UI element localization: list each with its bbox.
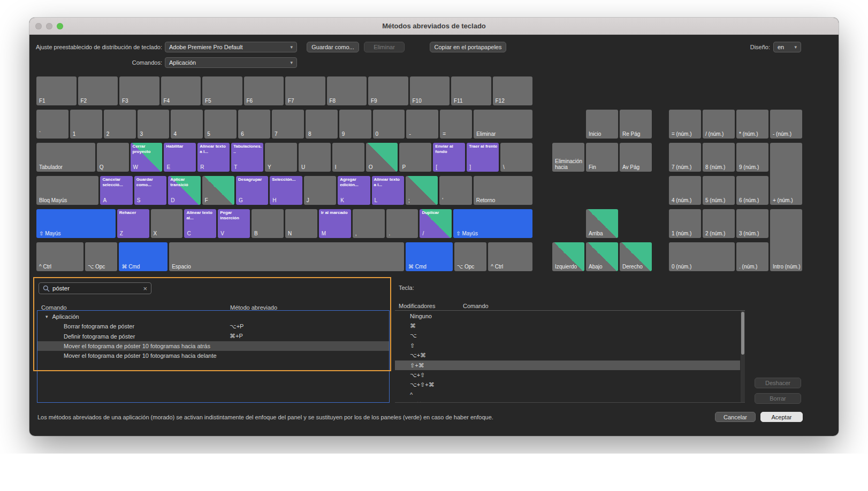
delete-preset-button[interactable]: Eliminar — [364, 42, 405, 52]
key-5[interactable]: 5 — [204, 110, 237, 139]
key-fin[interactable]: Fin — [586, 143, 618, 172]
modifier-row[interactable]: ⌘ — [395, 321, 740, 331]
key[interactable]: = — [440, 110, 472, 139]
layout-dropdown[interactable]: en ▾ — [773, 42, 801, 52]
modifier-row[interactable]: ⇧ — [395, 341, 740, 350]
key-n-m[interactable]: + (núm.) — [770, 143, 802, 205]
key-r[interactable]: Alinear texto a l...R — [197, 143, 230, 172]
key-f1[interactable]: F1 — [36, 76, 77, 105]
clear-search-icon[interactable]: × — [143, 285, 147, 292]
modifier-row[interactable]: ⇧+⌘ — [395, 360, 740, 370]
search-field[interactable]: póster × — [39, 282, 151, 294]
copy-to-clipboard-button[interactable]: Copiar en el portapapeles — [430, 42, 506, 52]
key-n-m[interactable]: * (núm.) — [736, 110, 768, 139]
key-d[interactable]: Aplicar transicióD — [168, 176, 200, 205]
command-row[interactable]: Mover el fotograma de póster 10 fotogram… — [37, 341, 389, 351]
key-f12[interactable]: F12 — [493, 76, 533, 105]
key-4[interactable]: 4 — [171, 110, 203, 139]
key-v[interactable]: Pegar inserciónV — [218, 209, 250, 238]
key-8-n-m[interactable]: 8 (núm.) — [703, 143, 735, 172]
key-u[interactable]: U — [299, 143, 331, 172]
key-a[interactable]: Cancelar selecció...A — [100, 176, 132, 205]
key-izquierdo[interactable]: Izquierdo — [552, 242, 584, 271]
command-row[interactable]: Mover el fotograma de póster 10 fotogram… — [37, 351, 389, 360]
modifier-row[interactable]: ^ — [395, 390, 740, 400]
key-opc[interactable]: ⌥ Opc — [85, 242, 118, 271]
save-as-button[interactable]: Guardar como... — [307, 42, 359, 52]
clear-button[interactable]: Borrar — [755, 393, 801, 404]
modifier-row[interactable]: ⌥ — [395, 331, 740, 341]
key-n-m[interactable]: - (núm.) — [770, 110, 802, 139]
key-may-s[interactable]: ⇧ Mayús — [453, 209, 532, 238]
key-o[interactable]: O — [366, 143, 398, 172]
key-eliminaci-n-hacia[interactable]: Eliminación hacia — [552, 143, 584, 172]
search-input-value[interactable]: póster — [52, 285, 140, 291]
key-l[interactable]: Alinear texto a l...L — [372, 176, 404, 205]
key-eliminar[interactable]: Eliminar — [474, 110, 532, 139]
key-7[interactable]: 7 — [272, 110, 304, 139]
key-inicio[interactable]: Inicio — [586, 110, 618, 139]
key-bloq-may-s[interactable]: Bloq Mayús — [36, 176, 98, 205]
titlebar[interactable]: Métodos abreviados de teclado — [29, 18, 839, 35]
key-opc[interactable]: ⌥ Opc — [454, 242, 487, 271]
key-re-p-g[interactable]: Re Pág — [620, 110, 652, 139]
key-b[interactable]: B — [252, 209, 284, 238]
key-retorno[interactable]: Retorno — [474, 176, 532, 205]
key-i[interactable]: I — [332, 143, 364, 172]
key-1[interactable]: 1 — [70, 110, 102, 139]
key-f3[interactable]: F3 — [119, 76, 159, 105]
modifier-row[interactable]: ⌥+⌘ — [395, 351, 740, 360]
key-f4[interactable]: F4 — [161, 76, 201, 105]
key-f11[interactable]: F11 — [451, 76, 491, 105]
key-9-n-m[interactable]: 9 (núm.) — [736, 143, 768, 172]
key-g[interactable]: DesagruparG — [236, 176, 268, 205]
key-0[interactable]: 0 — [373, 110, 405, 139]
minimize-button[interactable] — [46, 23, 52, 29]
scrollbar-track[interactable] — [741, 311, 745, 402]
command-row[interactable]: Borrar fotograma de póster⌥+P — [37, 321, 389, 331]
key-p[interactable]: P — [399, 143, 431, 172]
key[interactable]: Enviar al fondo[ — [433, 143, 465, 172]
key[interactable]: ' — [439, 176, 471, 205]
key-f6[interactable]: F6 — [244, 76, 284, 105]
key-espacio[interactable]: Espacio — [169, 242, 404, 271]
key-t[interactable]: Tabulaciones...T — [231, 143, 263, 172]
modifier-row[interactable]: Ninguno — [395, 311, 740, 321]
key-f5[interactable]: F5 — [202, 76, 242, 105]
key-6-n-m[interactable]: 6 (núm.) — [736, 176, 768, 205]
key-5-n-m[interactable]: 5 (núm.) — [703, 176, 735, 205]
key-e[interactable]: HabilitarE — [164, 143, 196, 172]
key-3[interactable]: 3 — [138, 110, 170, 139]
key[interactable]: ; — [406, 176, 438, 205]
command-row[interactable]: Definir fotograma de póster⌘+P — [37, 331, 389, 341]
undo-button[interactable]: Deshacer — [755, 378, 801, 388]
key-av-p-g[interactable]: Av Pág — [620, 143, 652, 172]
key[interactable]: . — [386, 209, 418, 238]
key-7-n-m[interactable]: 7 (núm.) — [669, 143, 701, 172]
key-f9[interactable]: F9 — [368, 76, 408, 105]
key-2-n-m[interactable]: 2 (núm.) — [703, 209, 735, 238]
key-n-m[interactable]: = (núm.) — [669, 110, 701, 139]
key-n-m[interactable]: . (núm.) — [736, 242, 768, 271]
command-group-row[interactable]: ▾ Aplicación — [37, 312, 389, 321]
key-arriba[interactable]: Arriba — [586, 209, 618, 238]
key-cmd[interactable]: ⌘ Cmd — [406, 242, 453, 271]
key-1-n-m[interactable]: 1 (núm.) — [669, 209, 701, 238]
preset-dropdown[interactable]: Adobe Premiere Pro Default ▾ — [165, 42, 297, 52]
commands-dropdown[interactable]: Aplicación ▾ — [165, 57, 297, 68]
modifier-row[interactable]: ⌥+⇧ — [395, 370, 740, 380]
modifier-row[interactable]: ⌥+⇧+⌘ — [395, 380, 740, 390]
key-f[interactable]: F — [202, 176, 234, 205]
key-intro-n-m[interactable]: Intro (núm.) — [770, 209, 802, 271]
key[interactable]: - — [406, 110, 438, 139]
key-3-n-m[interactable]: 3 (núm.) — [736, 209, 768, 238]
key-w[interactable]: Cerrar proyectoW — [131, 143, 163, 172]
key-z[interactable]: RehacerZ — [117, 209, 149, 238]
key-9[interactable]: 9 — [339, 110, 371, 139]
key-6[interactable]: 6 — [238, 110, 270, 139]
key-tabulador[interactable]: Tabulador — [36, 143, 95, 172]
key-h[interactable]: Selección...H — [270, 176, 302, 205]
key-0-n-m[interactable]: 0 (núm.) — [669, 242, 735, 271]
key-c[interactable]: Alinear texto al...C — [184, 209, 216, 238]
key-f8[interactable]: F8 — [327, 76, 367, 105]
